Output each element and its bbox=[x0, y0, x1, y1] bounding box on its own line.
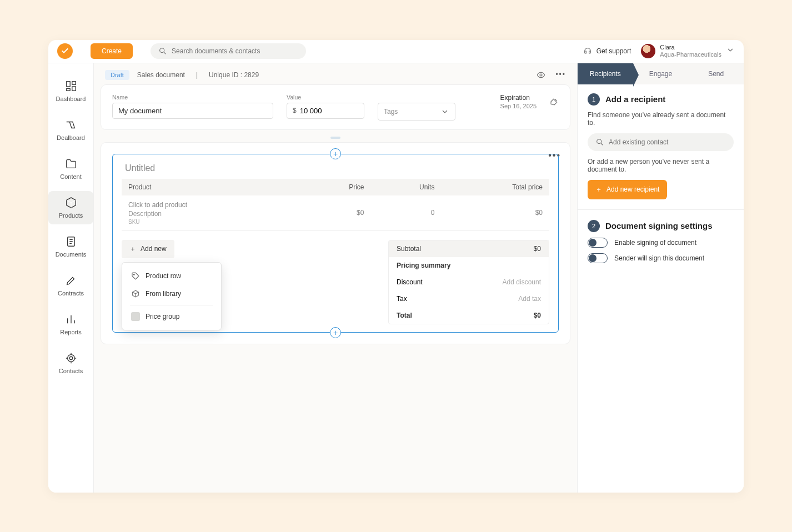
svg-rect-4 bbox=[66, 88, 69, 91]
sidebar-item-label: Content bbox=[60, 173, 82, 180]
sidebar-item-contracts[interactable]: Contracts bbox=[48, 269, 93, 302]
dropdown-item-product-row[interactable]: Product row bbox=[127, 267, 217, 285]
sidebar-item-label: Documents bbox=[56, 251, 87, 258]
section-2-head: 2 Document signing settings bbox=[588, 220, 734, 232]
product-block: + Untitled Product Price Units Total pri… bbox=[112, 154, 559, 333]
doc-type-label: Sales document bbox=[137, 71, 185, 79]
add-new-label: Add new bbox=[141, 245, 167, 253]
section-2-title: Document signing settings bbox=[605, 221, 713, 230]
tab-send[interactable]: Send bbox=[688, 63, 744, 84]
add-discount-button[interactable]: Add discount bbox=[503, 278, 541, 286]
sidebar-item-dealboard[interactable]: Dealboard bbox=[48, 113, 93, 147]
tab-engage[interactable]: Engage bbox=[633, 63, 689, 84]
col-product: Product bbox=[122, 179, 300, 195]
search-icon bbox=[595, 138, 604, 147]
section-1-title: Add a recipient bbox=[605, 94, 665, 104]
toggle-sender-sign-label: Sender will sign this document bbox=[614, 254, 704, 262]
name-field: Name bbox=[112, 94, 273, 119]
add-block-above-button[interactable]: + bbox=[330, 148, 341, 159]
search-input[interactable] bbox=[172, 47, 298, 55]
svg-point-8 bbox=[540, 74, 542, 76]
dropdown-item-from-library[interactable]: From library bbox=[127, 285, 217, 303]
subtotal-value: $0 bbox=[534, 245, 541, 253]
summary-head: Pricing summary bbox=[389, 257, 549, 274]
sidebar-item-label: Dashboard bbox=[56, 96, 86, 102]
sidebar-item-reports[interactable]: Reports bbox=[48, 308, 93, 341]
add-recipient-button[interactable]: ＋ Add new recipient bbox=[588, 180, 667, 199]
tags-dropdown[interactable]: Tags bbox=[378, 103, 455, 121]
currency-symbol: $ bbox=[293, 107, 297, 114]
toggle-enable-signing: Enable signing of document bbox=[588, 238, 734, 248]
add-new-button[interactable]: ＋ Add new bbox=[122, 240, 174, 258]
topbar: Create Get support Clara Aqua-Pharmaceut… bbox=[48, 40, 744, 63]
cell-total: $0 bbox=[441, 195, 549, 231]
name-label: Name bbox=[112, 94, 273, 101]
contact-search-input[interactable] bbox=[609, 138, 726, 146]
edit-expiration-button[interactable] bbox=[550, 97, 559, 108]
unique-id-label: Unique ID : 2829 bbox=[209, 71, 259, 79]
toggle-enable-signing-switch[interactable] bbox=[588, 238, 608, 248]
dropdown-separator bbox=[130, 305, 213, 305]
product-desc-placeholder: Description bbox=[128, 210, 294, 218]
col-price: Price bbox=[300, 179, 371, 195]
dropdown-item-price-group[interactable]: Price group bbox=[127, 308, 217, 325]
tax-label: Tax bbox=[397, 295, 407, 303]
app-window: Create Get support Clara Aqua-Pharmaceut… bbox=[48, 40, 744, 493]
search-input-wrap[interactable] bbox=[151, 43, 306, 59]
value-label: Value bbox=[287, 94, 364, 101]
plus-icon: ＋ bbox=[129, 244, 136, 254]
table-row[interactable]: Click to add product Description SKU $0 … bbox=[122, 195, 549, 231]
value-input-wrap[interactable]: $ bbox=[287, 103, 364, 119]
subtotal-label: Subtotal bbox=[397, 245, 421, 253]
get-support-button[interactable]: Get support bbox=[583, 47, 631, 56]
preview-button[interactable] bbox=[537, 71, 545, 79]
tax-row: Tax Add tax bbox=[389, 290, 549, 307]
step-badge-1: 1 bbox=[588, 93, 600, 106]
pricing-summary: Subtotal $0 Pricing summary Discount Add… bbox=[388, 240, 549, 324]
user-name: Clara bbox=[660, 44, 721, 51]
sidebar-item-documents[interactable]: Documents bbox=[48, 230, 93, 263]
search-icon bbox=[158, 47, 167, 56]
tag-edit-icon bbox=[550, 97, 559, 106]
add-block-below-button[interactable]: + bbox=[330, 327, 341, 338]
sidebar-item-contacts[interactable]: Contacts bbox=[48, 347, 93, 380]
doc-header: Draft Sales document | Unique ID : 2829 … bbox=[94, 63, 577, 84]
create-button[interactable]: Create bbox=[91, 43, 133, 59]
svg-rect-1 bbox=[66, 81, 69, 86]
col-total: Total price bbox=[441, 179, 549, 195]
value-input[interactable] bbox=[300, 107, 358, 115]
plus-icon: ＋ bbox=[595, 185, 602, 194]
cell-units[interactable]: 0 bbox=[370, 195, 441, 231]
user-org: Aqua-Pharmaceuticals bbox=[660, 51, 721, 58]
toggle-sender-sign-switch[interactable] bbox=[588, 253, 608, 263]
logo bbox=[57, 43, 73, 59]
sidebar-item-label: Reports bbox=[60, 329, 82, 335]
sidebar-item-dashboard[interactable]: Dashboard bbox=[48, 74, 93, 108]
sidebar-item-products[interactable]: Products bbox=[48, 191, 93, 224]
total-label: Total bbox=[397, 312, 412, 319]
cube-icon bbox=[131, 289, 140, 298]
sidebar-item-label: Contracts bbox=[58, 290, 84, 297]
sidebar-item-label: Dealboard bbox=[57, 134, 85, 141]
name-input[interactable] bbox=[112, 103, 273, 119]
section-1-head: 1 Add a recipient bbox=[588, 93, 734, 106]
svg-rect-2 bbox=[72, 81, 75, 84]
value-field: Value $ bbox=[287, 94, 364, 119]
user-menu[interactable]: Clara Aqua-Pharmaceuticals bbox=[641, 44, 735, 58]
tab-recipients[interactable]: Recipients bbox=[578, 63, 633, 84]
svg-rect-3 bbox=[72, 86, 75, 90]
section-1-sub2: Or add a new person you've never sent a … bbox=[588, 158, 734, 173]
section-1-sub1: Find someone you've already sent a docum… bbox=[588, 111, 734, 127]
total-row: Total $0 bbox=[389, 307, 549, 324]
sidebar-item-content[interactable]: Content bbox=[48, 152, 93, 185]
product-sku-placeholder: SKU bbox=[128, 219, 294, 225]
more-button[interactable]: ••• bbox=[555, 71, 566, 79]
tags-field: Tags bbox=[378, 94, 455, 121]
contact-search[interactable] bbox=[588, 133, 734, 151]
drag-handle[interactable] bbox=[330, 137, 340, 139]
topbar-right: Get support Clara Aqua-Pharmaceuticals bbox=[583, 44, 735, 58]
chevron-down-icon bbox=[726, 46, 735, 57]
cell-price[interactable]: $0 bbox=[300, 195, 371, 231]
block-footer: ＋ Add new Product row From li bbox=[113, 231, 558, 324]
add-tax-button[interactable]: Add tax bbox=[518, 295, 541, 303]
